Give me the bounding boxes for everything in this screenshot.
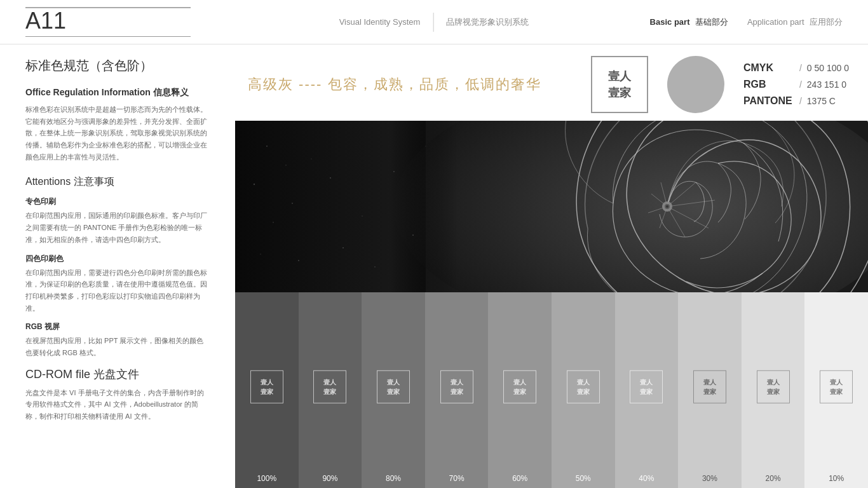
swatch-item: 壹人壹家50% xyxy=(552,292,615,488)
pantone-slash: / xyxy=(799,96,802,106)
svg-point-24 xyxy=(374,266,376,268)
rgb-label: RGB xyxy=(743,79,794,90)
basic-part-group: Basic part 基础部分 xyxy=(650,16,728,28)
svg-point-17 xyxy=(254,184,255,185)
header-left: A11 xyxy=(25,7,191,37)
spot-color-title: 专色印刷 xyxy=(25,196,210,207)
office-title: Office Regulation Information 信息释义 xyxy=(25,87,210,98)
svg-point-2 xyxy=(394,121,868,292)
swatch-logo: 壹人壹家 xyxy=(820,370,853,403)
pantone-val: 1375 C xyxy=(807,96,836,106)
main-image xyxy=(235,121,868,292)
svg-point-20 xyxy=(273,222,274,223)
swatch-pct: 30% xyxy=(702,474,717,483)
logo-line1: 壹人 xyxy=(608,69,631,84)
swatch-pct: 100% xyxy=(257,474,276,483)
rgb-text: 在视屏范围内应用，比如 PPT 展示文件，图像相关的颜色也要转化成 RGB 格式… xyxy=(25,335,210,358)
svg-point-16 xyxy=(285,165,287,166)
tagline: 高级灰 ---- 包容，成熟，品质，低调的奢华 xyxy=(248,75,572,94)
svg-point-23 xyxy=(342,247,344,248)
rgb-row: RGB / 243 151 0 xyxy=(743,79,849,90)
cmyk-label: CMYK xyxy=(743,62,794,74)
app-part-en: Application part xyxy=(747,17,804,27)
swatch-item: 壹人壹家80% xyxy=(362,292,425,488)
svg-point-26 xyxy=(260,254,261,254)
swatch-pct: 70% xyxy=(449,474,465,483)
cdrom-text: 光盘文件是本 VI 手册电子文件的集合，内含手册制作时的专用软件格式文件，其中 … xyxy=(25,387,210,423)
svg-point-27 xyxy=(393,171,395,172)
swatches-row: 壹人壹家100%壹人壹家90%壹人壹家80%壹人壹家70%壹人壹家60%壹人壹家… xyxy=(235,292,868,488)
svg-point-21 xyxy=(330,177,331,179)
swatch-item: 壹人壹家10% xyxy=(804,292,868,488)
app-part-cn: 应用部分 xyxy=(810,17,843,27)
svg-point-13 xyxy=(666,205,668,208)
four-color-title: 四色印刷色 xyxy=(25,254,210,264)
cmyk-val: 0 50 100 0 xyxy=(807,63,849,73)
swatch-pct: 10% xyxy=(829,474,844,483)
swatch-item: 壹人壹家90% xyxy=(299,292,362,488)
right-content: 高级灰 ---- 包容，成熟，品质，低调的奢华 壹人 壹家 CMYK / 0 5… xyxy=(235,44,868,488)
nautilus-svg xyxy=(235,121,868,292)
swatch-item: 壹人壹家40% xyxy=(615,292,679,488)
header-center: Visual Identity System 品牌视觉形象识别系统 xyxy=(339,13,529,32)
pantone-label: PANTONE xyxy=(743,95,794,107)
swatch-logo: 壹人壹家 xyxy=(630,370,663,403)
rgb-slash: / xyxy=(799,79,802,90)
swatch-pct: 90% xyxy=(322,474,337,483)
swatch-item: 壹人壹家60% xyxy=(488,292,552,488)
pantone-row: PANTONE / 1375 C xyxy=(743,95,849,107)
svg-point-18 xyxy=(311,158,311,159)
logo-inner: 壹人 壹家 xyxy=(608,69,631,100)
attentions-title: Attentions 注意事项 xyxy=(25,175,210,189)
main-content: 标准色规范（含色阶） Office Regulation Information… xyxy=(0,44,868,488)
basic-part-cn: 基础部分 xyxy=(695,17,728,27)
svg-point-22 xyxy=(362,215,362,216)
basic-part-en: Basic part xyxy=(650,17,690,27)
swatch-logo: 壹人壹家 xyxy=(250,370,283,403)
swatch-item: 壹人壹家30% xyxy=(678,292,742,488)
color-circle xyxy=(667,56,724,113)
section-title: 标准色规范（含色阶） xyxy=(25,57,210,74)
rgb-val: 243 151 0 xyxy=(807,79,846,90)
cmyk-row: CMYK / 0 50 100 0 xyxy=(743,62,849,74)
swatch-item: 壹人壹家20% xyxy=(742,292,805,488)
swatch-logo: 壹人壹家 xyxy=(313,370,346,403)
page-number: A11 xyxy=(25,10,191,32)
office-text: 标准色彩在识别系统中是超越一切形态而为先的个性载体。它能有效地区分与强调形象的差… xyxy=(25,104,210,163)
vis-label: Visual Identity System xyxy=(339,17,421,27)
swatch-pct: 20% xyxy=(766,474,781,483)
rgb-title: RGB 视屏 xyxy=(25,322,210,332)
four-color-text: 在印刷范围内应用，需要进行四色分色印刷时所需的颜色标准，为保证印刷的色彩质量，请… xyxy=(25,267,210,315)
swatch-pct: 50% xyxy=(576,474,591,483)
color-info-area: 高级灰 ---- 包容，成熟，品质，低调的奢华 壹人 壹家 CMYK / 0 5… xyxy=(235,44,868,121)
app-part-group: Application part 应用部分 xyxy=(747,16,843,28)
header-right: Basic part 基础部分 Application part 应用部分 xyxy=(650,16,843,28)
svg-point-29 xyxy=(425,146,426,146)
swatch-logo: 壹人壹家 xyxy=(757,370,790,403)
spot-color-text: 在印刷范围内应用，国际通用的印刷颜色标准。客户与印厂之间需要有统一的 PANTO… xyxy=(25,210,210,245)
svg-point-28 xyxy=(412,234,414,236)
cdrom-title: CD-ROM file 光盘文件 xyxy=(25,367,210,382)
svg-point-19 xyxy=(292,203,293,204)
cmyk-slash: / xyxy=(799,63,802,73)
swatch-logo: 壹人壹家 xyxy=(440,370,473,403)
header-underline xyxy=(25,36,191,37)
swatch-pct: 80% xyxy=(386,474,401,483)
svg-rect-14 xyxy=(235,121,458,292)
svg-point-15 xyxy=(266,146,268,147)
swatch-item: 壹人壹家70% xyxy=(425,292,489,488)
center-divider xyxy=(433,13,433,32)
svg-point-25 xyxy=(298,260,299,261)
swatch-logo: 壹人壹家 xyxy=(377,370,410,403)
swatch-pct: 40% xyxy=(639,474,654,483)
sidebar: 标准色规范（含色阶） Office Regulation Information… xyxy=(0,44,235,488)
brand-label: 品牌视觉形象识别系统 xyxy=(446,17,529,28)
swatch-logo: 壹人壹家 xyxy=(567,370,600,403)
swatch-item: 壹人壹家100% xyxy=(235,292,299,488)
swatch-logo: 壹人壹家 xyxy=(503,370,536,403)
swatch-pct: 60% xyxy=(512,474,527,483)
logo-box: 壹人 壹家 xyxy=(591,56,648,113)
logo-line2: 壹家 xyxy=(608,85,631,100)
color-values: CMYK / 0 50 100 0 RGB / 243 151 0 PANTON… xyxy=(743,62,849,107)
page-header: A11 Visual Identity System 品牌视觉形象识别系统 Ba… xyxy=(0,0,868,44)
